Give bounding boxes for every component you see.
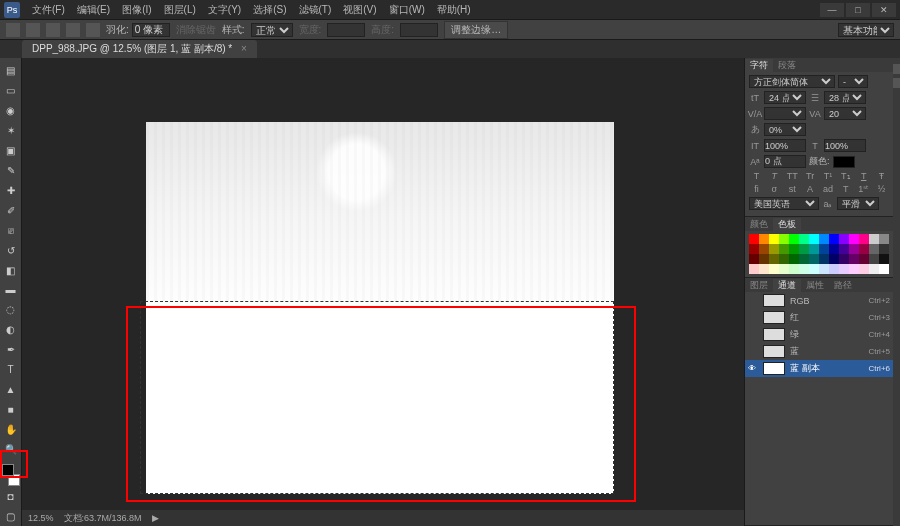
swatch[interactable] [879, 234, 889, 244]
dodge-tool[interactable]: ◐ [2, 321, 20, 339]
channel-row[interactable]: 👁蓝 副本Ctrl+6 [745, 360, 893, 377]
alt-button[interactable]: A [804, 184, 816, 194]
visibility-icon[interactable]: 👁 [748, 364, 758, 373]
tab-character[interactable]: 字符 [745, 59, 773, 72]
1st-button[interactable]: 1ˢᵗ [858, 184, 870, 194]
menu-view[interactable]: 视图(V) [337, 3, 382, 17]
kerning-select[interactable] [764, 107, 806, 120]
text-color-swatch[interactable] [833, 156, 855, 168]
panel-menu-icon[interactable] [893, 64, 900, 74]
brush-tool[interactable]: ✐ [2, 201, 20, 219]
swatches-grid[interactable] [749, 234, 889, 274]
swatch[interactable] [789, 264, 799, 274]
swatch[interactable] [859, 244, 869, 254]
antialias-select[interactable]: 平滑 [837, 197, 879, 210]
strike-button[interactable]: Ŧ [876, 171, 888, 181]
superscript-button[interactable]: T¹ [822, 171, 834, 181]
selection-subtract-icon[interactable] [66, 23, 80, 37]
hand-tool[interactable]: ✋ [2, 420, 20, 438]
screen-mode-tool[interactable]: ▢ [2, 508, 20, 526]
menu-layer[interactable]: 图层(L) [158, 3, 202, 17]
allcaps-button[interactable]: TT [786, 171, 798, 181]
swatch[interactable] [799, 264, 809, 274]
healing-brush-tool[interactable]: ✚ [2, 181, 20, 199]
quick-mask-tool[interactable]: ◘ [2, 488, 20, 506]
foreground-swatch[interactable] [2, 464, 14, 476]
swatch[interactable] [869, 244, 879, 254]
swatch[interactable] [869, 254, 879, 264]
swatch[interactable] [779, 254, 789, 264]
tab-channels[interactable]: 通道 [773, 279, 801, 292]
swatch[interactable] [779, 234, 789, 244]
feather-input[interactable] [132, 23, 170, 37]
swatch[interactable] [819, 264, 829, 274]
swatch[interactable] [839, 234, 849, 244]
zoom-tool[interactable]: 🔍 [2, 440, 20, 458]
ad-button[interactable]: ad [822, 184, 834, 194]
font-style-select[interactable]: - [838, 75, 868, 88]
document-canvas[interactable] [146, 122, 614, 494]
tab-swatches[interactable]: 色板 [773, 218, 801, 231]
tab-paths[interactable]: 路径 [829, 279, 857, 292]
swatch[interactable] [859, 264, 869, 274]
swatch[interactable] [749, 234, 759, 244]
style-select[interactable]: 正常 [251, 23, 293, 37]
swatch[interactable] [879, 244, 889, 254]
swatch[interactable] [749, 254, 759, 264]
swatch[interactable] [759, 254, 769, 264]
scale-pct-select[interactable]: 0% [764, 123, 806, 136]
pen-tool[interactable]: ✒ [2, 341, 20, 359]
swatch[interactable] [829, 244, 839, 254]
menu-filter[interactable]: 滤镜(T) [293, 3, 338, 17]
hscale-input[interactable] [824, 139, 866, 152]
marquee-tool[interactable]: ▭ [2, 82, 20, 100]
tracking-select[interactable]: 20 [824, 107, 866, 120]
swatch[interactable] [809, 264, 819, 274]
swatch[interactable] [769, 264, 779, 274]
swatch[interactable] [789, 244, 799, 254]
swatch[interactable] [809, 244, 819, 254]
leading-select[interactable]: 28 点 [824, 91, 866, 104]
chevron-right-icon[interactable]: ▶ [152, 513, 159, 523]
workspace-select[interactable]: 基本功能 [838, 23, 894, 37]
swatch[interactable] [769, 234, 779, 244]
swatch[interactable] [799, 234, 809, 244]
swatch[interactable] [859, 234, 869, 244]
swatch[interactable] [829, 254, 839, 264]
font-size-select[interactable]: 24 点 [764, 91, 806, 104]
menu-image[interactable]: 图像(I) [116, 3, 157, 17]
swatch[interactable] [849, 234, 859, 244]
swatch[interactable] [789, 254, 799, 264]
swatch[interactable] [789, 234, 799, 244]
menu-type[interactable]: 文字(Y) [202, 3, 247, 17]
swatch[interactable] [869, 264, 879, 274]
swatch[interactable] [829, 264, 839, 274]
underline-button[interactable]: T [858, 171, 870, 181]
tool-preset-icon[interactable] [6, 23, 20, 37]
swatch[interactable] [779, 244, 789, 254]
close-icon[interactable]: × [241, 43, 247, 54]
menu-edit[interactable]: 编辑(E) [71, 3, 116, 17]
blur-tool[interactable]: ◌ [2, 301, 20, 319]
gradient-tool[interactable]: ▬ [2, 281, 20, 299]
bold-button[interactable]: T [750, 171, 762, 181]
swatch[interactable] [779, 264, 789, 274]
swatch[interactable] [759, 234, 769, 244]
swatch[interactable] [839, 244, 849, 254]
swatch[interactable] [749, 244, 759, 254]
swatch[interactable] [839, 264, 849, 274]
tab-properties[interactable]: 属性 [801, 279, 829, 292]
type-tool[interactable]: T [2, 361, 20, 379]
zoom-readout[interactable]: 12.5% [28, 513, 54, 523]
swatch[interactable] [849, 264, 859, 274]
channel-row[interactable]: 绿Ctrl+4 [745, 326, 893, 343]
refine-edge-button[interactable]: 调整边缘… [444, 21, 508, 39]
tab-paragraph[interactable]: 段落 [773, 59, 801, 72]
menu-file[interactable]: 文件(F) [26, 3, 71, 17]
st-button[interactable]: st [786, 184, 798, 194]
swatch[interactable] [809, 254, 819, 264]
font-family-select[interactable]: 方正剑体简体 [749, 75, 835, 88]
eyedropper-tool[interactable]: ✎ [2, 162, 20, 180]
swatch[interactable] [849, 254, 859, 264]
swatch[interactable] [819, 244, 829, 254]
